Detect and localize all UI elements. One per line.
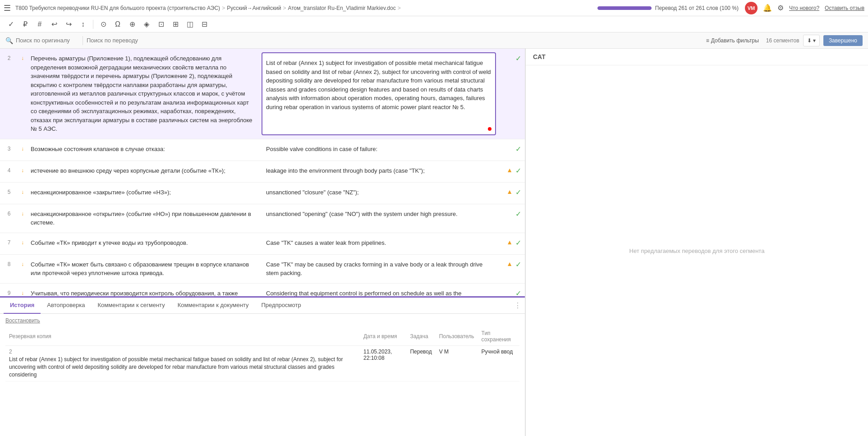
filter-icon: ≡ (706, 37, 709, 44)
table-row[interactable]: 5 ↓ несанкционированное «закрытие» (собы… (0, 183, 525, 204)
toolbar-sep1 (93, 20, 93, 29)
seg-icons-3: ✓ (498, 139, 525, 161)
toolbar-undo-btn[interactable]: ↩ (48, 18, 60, 31)
check-icon[interactable]: ✓ (515, 145, 521, 153)
table-row[interactable]: 9 ↓ Учитывая, что периодически производи… (0, 284, 525, 297)
search-bar-right: ≡ Добавить фильтры 16 сегментов ⬇ ▾ Заве… (703, 35, 863, 46)
col-header-backup: Резервная копия (5, 327, 360, 346)
seg-icons-4: ▲ ✓ (498, 161, 525, 182)
toolbar-redo-btn[interactable]: ↪ (62, 18, 75, 31)
toolbar-plus-btn[interactable]: ⊕ (126, 18, 138, 31)
segments-panel: 2 ↓ Перечень арматуры (Приложение 1), по… (0, 49, 525, 436)
no-suggestions: Нет предлагаемых переводов для этого сег… (526, 65, 868, 436)
history-cell-backup: 2 List of rebar (Annex 1) subject for in… (5, 346, 360, 381)
seg-num-2: 2 (0, 49, 18, 139)
table-row[interactable]: 6 ↓ несанкционированное «открытие» (собы… (0, 204, 525, 233)
segments-count: 16 сегментов (766, 37, 799, 44)
seg-num-3: 3 (0, 139, 18, 161)
tab-doc-comments[interactable]: Комментарии к документу (171, 298, 255, 314)
breadcrumb-sep3: > (398, 5, 401, 11)
check-icon[interactable]: ✓ (515, 166, 521, 175)
seg-arrow-5: ↓ (18, 183, 27, 204)
bell-icon[interactable]: 🔔 (763, 4, 772, 12)
check-icon[interactable]: ✓ (515, 289, 521, 297)
table-row[interactable]: 2 ↓ Перечень арматуры (Приложение 1), по… (0, 49, 525, 139)
seg-num-5: 5 (0, 183, 18, 204)
breadcrumb-lang-pair[interactable]: Русский→Английский (227, 5, 281, 11)
warn-icon: ▲ (506, 188, 513, 195)
tab-history[interactable]: История (4, 298, 41, 314)
seg-target-9: Considering that equipment control is pe… (262, 284, 498, 297)
warn-icon: ▲ (506, 239, 513, 246)
add-filters-btn[interactable]: ≡ Добавить фильтры (703, 36, 762, 46)
top-bar: ☰ T800 Требуются переводчики RU-EN для б… (0, 0, 868, 16)
progress-text: Перевод 261 от 261 слов (100 %) (655, 5, 739, 11)
breadcrumb: T800 Требуются переводчики RU-EN для бол… (15, 5, 595, 11)
check-icon[interactable]: ✓ (515, 54, 521, 63)
breadcrumb-sep1: > (222, 5, 225, 11)
toolbar-confirm-btn[interactable]: ✓ (5, 18, 17, 31)
bottom-tabs: История Автопроверка Комментарии к сегме… (0, 298, 525, 314)
search-target-input[interactable] (87, 37, 150, 44)
seg-arrow-7: ↓ (18, 233, 27, 254)
breadcrumb-file[interactable]: Атом_translator Ru-En_Vladimir Markiev.d… (288, 5, 396, 11)
tab-seg-comments[interactable]: Комментарии к сегменту (92, 298, 171, 314)
toolbar-currency-btn[interactable]: ₽ (19, 18, 32, 31)
seg-icons-2: ✓ (498, 49, 525, 139)
seg-arrow-2: ↓ (18, 49, 27, 139)
seg-target-5: unsanctioned "closure" (case "NZ"); (262, 183, 498, 204)
search-source-input[interactable] (16, 37, 79, 44)
restore-btn[interactable]: Восстановить (5, 317, 519, 324)
table-row[interactable]: 4 ↓ истечение во внешнюю среду через кор… (0, 161, 525, 183)
toolbar-tag1-btn[interactable]: ◈ (140, 18, 153, 31)
search-icon: 🔍 (5, 37, 13, 44)
check-icon[interactable]: ✓ (515, 188, 521, 197)
warn-icon: ▲ (506, 260, 513, 267)
leave-review-link[interactable]: Оставить отзыв (825, 5, 864, 11)
seg-target-textarea-2[interactable]: List of rebar (Annex 1) subject for inve… (266, 59, 491, 113)
tab-preview[interactable]: Предпросмотр (255, 298, 307, 314)
seg-icons-5: ▲ ✓ (498, 183, 525, 204)
main-layout: 2 ↓ Перечень арматуры (Приложение 1), по… (0, 49, 868, 436)
seg-num-4: 4 (0, 161, 18, 182)
complete-btn[interactable]: Завершено (823, 35, 863, 46)
col-header-datetime: Дата и время (360, 327, 406, 346)
toolbar-swap-btn[interactable]: ↕ (77, 18, 89, 31)
toolbar-grid-btn[interactable]: ⊞ (169, 18, 182, 31)
seg-num-7: 7 (0, 233, 18, 254)
tab-spellcheck[interactable]: Автопроверка (41, 298, 91, 314)
check-icon[interactable]: ✓ (515, 210, 521, 218)
seg-target-2[interactable]: List of rebar (Annex 1) subject for inve… (262, 52, 496, 135)
check-icon[interactable]: ✓ (515, 260, 521, 269)
toolbar-minus-btn[interactable]: ⊟ (198, 18, 211, 31)
progress-section: Перевод 261 от 261 слов (100 %) (597, 5, 739, 11)
toolbar-omega-btn[interactable]: Ω (111, 18, 124, 31)
bottom-panel-more-icon[interactable]: ⋮ (514, 301, 521, 310)
toolbar-hash-btn[interactable]: # (33, 18, 46, 31)
toolbar-box-btn[interactable]: ◫ (184, 18, 196, 31)
download-btn[interactable]: ⬇ ▾ (803, 35, 820, 46)
seg-source-4: истечение во внешнюю среду через корпусн… (27, 161, 262, 182)
check-icon[interactable]: ✓ (515, 239, 521, 247)
avatar: VM (745, 2, 758, 14)
table-row[interactable]: 7 ↓ Событие «ТК» приводит к утечке воды … (0, 233, 525, 255)
seg-source-3: Возможные состояния клапанов в случае от… (27, 139, 262, 161)
seg-num-9: 9 (0, 284, 18, 297)
notification-icon[interactable]: ⚙ (777, 4, 784, 12)
seg-source-7: Событие «ТК» приводит к утечке воды из т… (27, 233, 262, 254)
table-row[interactable]: 2 List of rebar (Annex 1) subject for in… (5, 346, 519, 381)
logo-icon: ☰ (4, 3, 11, 13)
history-cell-savetype: Ручной ввод (478, 346, 519, 381)
toolbar-target-btn[interactable]: ⊙ (97, 18, 110, 31)
seg-num-8: 8 (0, 255, 18, 283)
col-header-user: Пользователь (436, 327, 478, 346)
seg-icons-6: ✓ (498, 204, 525, 233)
breadcrumb-task[interactable]: T800 Требуются переводчики RU-EN для бол… (15, 5, 220, 11)
seg-source-6: несанкционированное «открытие» (событие … (27, 204, 262, 233)
whats-new-link[interactable]: Что нового? (789, 5, 819, 11)
table-row[interactable]: 3 ↓ Возможные состояния клапанов в случа… (0, 139, 525, 161)
toolbar-tag2-btn[interactable]: ⊡ (155, 18, 167, 31)
seg-arrow-8: ↓ (18, 255, 27, 283)
cat-label: CAT (526, 49, 868, 65)
table-row[interactable]: 8 ↓ Событие «ТК» может быть связано с об… (0, 255, 525, 284)
